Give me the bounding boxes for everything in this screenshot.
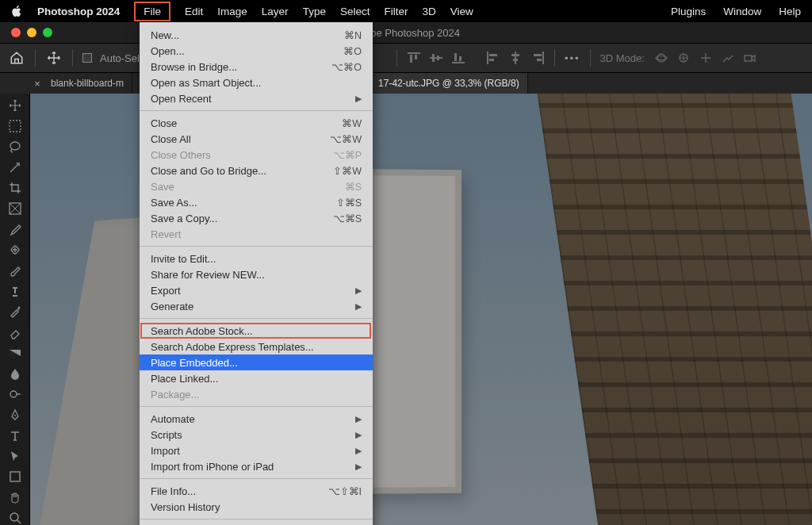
traffic-zoom[interactable] xyxy=(43,28,52,37)
svg-rect-17 xyxy=(537,59,542,61)
camera-3d-icon[interactable] xyxy=(743,52,757,64)
menu-item-version[interactable]: Version History xyxy=(140,499,373,515)
auto-select-checkbox[interactable] xyxy=(82,53,92,63)
menu-item-automate[interactable]: Automate▶ xyxy=(140,411,373,427)
frame-tool[interactable] xyxy=(5,201,25,216)
align-hcenter-icon[interactable] xyxy=(508,52,523,64)
document-tab-2[interactable]: 17-42-utc.JPG @ 33,3% (RGB/8) xyxy=(370,73,528,94)
menu-item-open[interactable]: Open...⌘O xyxy=(140,43,373,59)
menu-item-place-embedded[interactable]: Place Embedded... xyxy=(140,354,373,370)
menu-item-save-as[interactable]: Save As...⇧⌘S xyxy=(140,194,373,210)
svg-rect-22 xyxy=(10,121,21,132)
shape-tool[interactable] xyxy=(5,469,25,484)
zoom-tool[interactable] xyxy=(5,511,25,525)
chevron-right-icon: ▶ xyxy=(355,94,362,104)
svg-rect-12 xyxy=(515,52,516,64)
menu-item-browse[interactable]: Browse in Bridge...⌥⌘O xyxy=(140,59,373,75)
menu-item-share[interactable]: Share for Review NEW... xyxy=(140,266,373,282)
menu-item-smart[interactable]: Open as Smart Object... xyxy=(140,75,373,90)
home-icon[interactable] xyxy=(8,50,25,66)
menu-item-recent[interactable]: Open Recent▶ xyxy=(140,90,373,106)
menu-item-generate[interactable]: Generate▶ xyxy=(140,298,373,314)
menu-item-save-copy[interactable]: Save a Copy...⌥⌘S xyxy=(140,210,373,226)
svg-point-24 xyxy=(18,163,20,164)
menu-item-import[interactable]: Import▶ xyxy=(140,443,373,458)
pan-3d-icon[interactable] xyxy=(699,52,713,64)
menu-item-close[interactable]: Close⌘W xyxy=(140,115,373,131)
chevron-right-icon: ▶ xyxy=(355,285,362,296)
brush-tool[interactable] xyxy=(5,263,25,278)
move-tool-icon[interactable] xyxy=(45,50,63,66)
rotate-3d-icon[interactable] xyxy=(676,52,691,64)
align-buttons xyxy=(407,52,545,64)
svg-rect-9 xyxy=(487,52,488,64)
menu-view[interactable]: View xyxy=(450,6,473,17)
history-brush-tool[interactable] xyxy=(5,305,25,319)
menu-item-close-others: Close Others⌥⌘P xyxy=(140,147,373,163)
wand-tool[interactable] xyxy=(5,160,25,174)
align-left-icon[interactable] xyxy=(486,52,500,64)
eyedropper-tool[interactable] xyxy=(5,222,25,236)
menu-item-close-all[interactable]: Close All⌥⌘W xyxy=(140,131,373,147)
marquee-tool[interactable] xyxy=(5,119,25,133)
menu-file[interactable]: File xyxy=(134,2,170,21)
path-select-tool[interactable] xyxy=(5,449,25,463)
menu-select[interactable]: Select xyxy=(340,6,370,17)
tab-close-icon[interactable]: × xyxy=(32,73,43,94)
menu-item-import-ios[interactable]: Import from iPhone or iPad▶ xyxy=(140,458,373,474)
heal-tool[interactable] xyxy=(5,243,25,257)
menu-window[interactable]: Window xyxy=(723,6,761,17)
traffic-min[interactable] xyxy=(27,28,36,37)
eraser-tool[interactable] xyxy=(5,325,25,339)
dodge-tool[interactable] xyxy=(5,387,25,401)
crop-tool[interactable] xyxy=(5,181,25,195)
svg-rect-0 xyxy=(408,52,420,54)
menu-item-revert: Revert xyxy=(140,226,373,242)
stamp-tool[interactable] xyxy=(5,284,25,298)
hand-tool[interactable] xyxy=(5,490,25,504)
menu-item-package: Package... xyxy=(140,386,373,402)
align-top-icon[interactable] xyxy=(407,52,421,64)
scale-3d-icon[interactable] xyxy=(721,52,735,64)
svg-rect-4 xyxy=(432,54,435,62)
align-right-icon[interactable] xyxy=(530,52,545,64)
apple-icon[interactable] xyxy=(11,5,23,17)
menu-item-stock[interactable]: Search Adobe Stock... xyxy=(140,323,373,339)
menu-item-invite[interactable]: Invite to Edit... xyxy=(140,251,373,266)
window-titlebar: Adobe Photoshop 2024 xyxy=(0,22,812,43)
gradient-tool[interactable] xyxy=(5,346,25,360)
more-options-icon[interactable]: ••• xyxy=(565,52,580,64)
menu-image[interactable]: Image xyxy=(217,6,247,17)
type-tool[interactable] xyxy=(5,428,25,443)
svg-point-27 xyxy=(17,307,20,309)
menu-item-express[interactable]: Search Adobe Express Templates... xyxy=(140,339,373,354)
mode-3d-label: 3D Mode: xyxy=(600,52,645,64)
menu-item-export[interactable]: Export▶ xyxy=(140,282,373,298)
pen-tool[interactable] xyxy=(5,408,25,422)
app-name[interactable]: Photoshop 2024 xyxy=(37,6,120,17)
lasso-tool[interactable] xyxy=(5,140,25,154)
orbit-icon[interactable] xyxy=(654,52,668,64)
blur-tool[interactable] xyxy=(5,366,25,381)
menu-item-file-info[interactable]: File Info...⌥⇧⌘I xyxy=(140,483,373,499)
traffic-close[interactable] xyxy=(11,28,21,37)
menu-help[interactable]: Help xyxy=(779,6,801,17)
document-tab-1[interactable]: blank-billboard-m xyxy=(43,73,132,94)
menu-type[interactable]: Type xyxy=(303,6,326,17)
menu-edit[interactable]: Edit xyxy=(185,6,203,17)
menu-item-place-linked[interactable]: Place Linked... xyxy=(140,370,373,386)
chevron-right-icon: ▶ xyxy=(355,414,362,424)
menu-item-new[interactable]: New...⌘N xyxy=(140,27,373,43)
chevron-right-icon: ▶ xyxy=(355,430,362,440)
svg-rect-11 xyxy=(489,59,494,61)
align-bottom-icon[interactable] xyxy=(451,52,465,64)
align-vcenter-icon[interactable] xyxy=(429,52,443,64)
menu-item-scripts[interactable]: Scripts▶ xyxy=(140,427,373,443)
macos-menubar: Photoshop 2024 File Edit Image Layer Typ… xyxy=(0,0,812,22)
menu-3d[interactable]: 3D xyxy=(422,6,435,17)
menu-layer[interactable]: Layer xyxy=(262,6,289,17)
menu-item-close-go[interactable]: Close and Go to Bridge...⇧⌘W xyxy=(140,163,373,178)
menu-plugins[interactable]: Plugins xyxy=(671,6,706,17)
menu-filter[interactable]: Filter xyxy=(384,6,408,17)
move-tool[interactable] xyxy=(5,98,25,113)
